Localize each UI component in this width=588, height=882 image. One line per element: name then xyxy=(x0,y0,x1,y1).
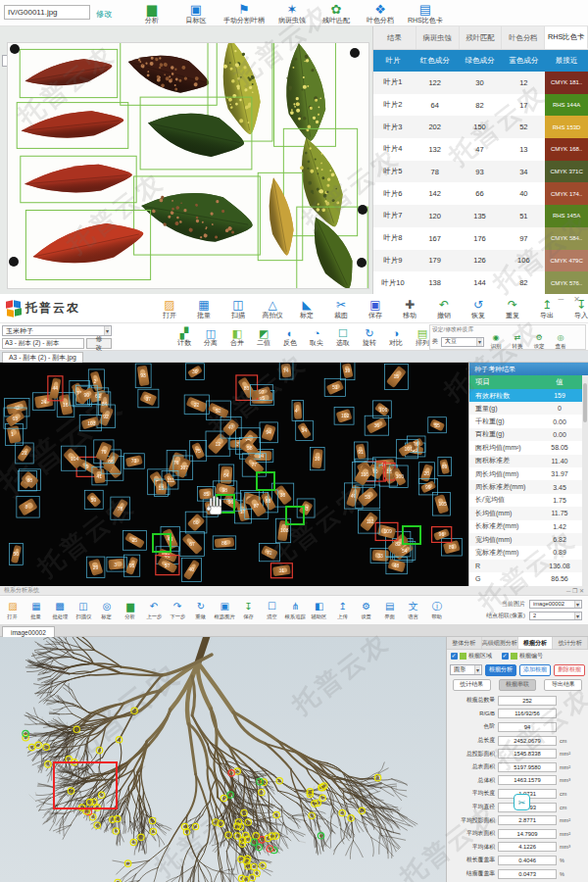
seed-table-row[interactable]: 长均值(mm) 11.75 xyxy=(469,507,588,519)
leaf-table-row[interactable]: 叶片5 78 93 34 CMYK 371C xyxy=(373,161,588,183)
toolbar-button[interactable]: ↶ 上一步 xyxy=(143,601,165,620)
seed-table-row[interactable]: 周长均值(mm) 31.97 xyxy=(469,467,588,480)
action-button[interactable]: 根瘤分析 xyxy=(485,664,516,676)
toolbar-button[interactable]: 文 语言 xyxy=(403,601,424,620)
seed-table-row[interactable]: 百粒重(g) 0.00 xyxy=(469,428,588,441)
toolbar-button[interactable]: ▨ 打开 xyxy=(157,299,182,319)
seed-table-row[interactable]: 重量(g) 0 xyxy=(469,402,588,415)
seed-image-canvas[interactable] xyxy=(0,363,468,586)
root-image-canvas[interactable] xyxy=(0,637,446,882)
param-value-box[interactable]: 2.8771 xyxy=(498,815,557,825)
node-link-select[interactable]: 2 xyxy=(529,612,582,620)
toolbar-button[interactable]: ▩ 批处理 xyxy=(49,601,71,620)
toolbar-button[interactable]: ⓘ 帮助 xyxy=(426,601,448,620)
seed-table-row[interactable]: 面积标准差 11.40 xyxy=(469,455,588,467)
toolbar-button[interactable]: ▤ 界面 xyxy=(379,601,401,620)
leaf-table-row[interactable]: 叶片7 120 135 51 RHS 145A xyxy=(373,205,588,227)
toolbar-button[interactable]: ◩ 二值 xyxy=(254,327,273,347)
toolbar-button[interactable]: ☐ 选取 xyxy=(333,327,353,347)
param-value-box[interactable]: 5197.9580 xyxy=(498,762,557,772)
toolbar-button[interactable]: ⚙ 设置 xyxy=(356,601,377,620)
toolbar-button[interactable]: ◉ 识别 xyxy=(487,333,505,350)
toolbar-button[interactable]: ↻ 旋转 xyxy=(360,327,379,347)
seed-table-row[interactable]: 千粒重(g) 0.00 xyxy=(469,415,588,427)
root-image-tab[interactable]: image00002 xyxy=(2,626,55,637)
toolbar-button[interactable]: ◫ 分离 xyxy=(201,327,220,347)
param-value-box[interactable]: 4.1226 xyxy=(498,842,557,852)
results-tab[interactable]: 残叶匹配 xyxy=(460,26,503,49)
toolbar-button[interactable]: ▦ 批量 xyxy=(25,601,47,620)
param-value-box[interactable]: 1545.8338 xyxy=(498,749,557,759)
results-tab[interactable]: 叶色分档 xyxy=(502,26,545,49)
analysis-tab[interactable]: 高级细测分析 xyxy=(482,637,518,649)
analysis-tab[interactable]: 统计分析 xyxy=(553,637,588,649)
toolbar-button[interactable]: ◎ 查看 xyxy=(552,333,569,350)
param-value-box[interactable]: 14.7909 xyxy=(498,829,557,839)
library-select[interactable]: 大豆 xyxy=(441,337,484,347)
toolbar-button[interactable]: ✶ 病斑虫蚀 xyxy=(275,2,309,24)
secondary-button[interactable]: 导出结果 xyxy=(544,679,582,691)
current-image-select[interactable]: image00002 xyxy=(529,600,582,609)
seed-table-row[interactable]: G 86.56 xyxy=(469,572,588,585)
toolbar-button[interactable]: ▦ 批量 xyxy=(191,299,217,319)
toolbar-button[interactable]: ⚑ 手动分割叶柄 xyxy=(223,2,265,24)
toolbar-button[interactable]: ↶ 撤销 xyxy=(431,299,457,319)
secondary-button[interactable]: 统计结果 xyxy=(453,679,491,691)
action-button[interactable]: 添加根瘤 xyxy=(519,664,551,676)
toolbar-button[interactable]: ↻ 重做 xyxy=(190,601,212,620)
seed-highlight-row[interactable]: 有效籽粒数 159 xyxy=(469,389,588,402)
leaf-table-row[interactable]: 叶片9 179 126 106 CMYK 479C xyxy=(373,250,588,272)
results-tab[interactable]: RHS比色卡 xyxy=(545,26,588,49)
param-value-box[interactable]: 0.0473 xyxy=(498,869,557,879)
toolbar-button[interactable]: ◐ 反色 xyxy=(280,327,300,347)
seed-table-row[interactable]: 长标准差(mm) 1.42 xyxy=(469,520,588,533)
seed-table-row[interactable]: R 136.08 xyxy=(469,560,588,572)
toolbar-button[interactable]: ✿ 残叶匹配 xyxy=(319,2,353,24)
toolbar-button[interactable]: ↥ 导出 xyxy=(534,299,560,319)
toolbar-button[interactable]: ◎ 标定 xyxy=(96,601,118,620)
toolbar-button[interactable]: △ 高拍仪 xyxy=(260,299,285,319)
nodule-region-checkbox[interactable] xyxy=(451,653,458,660)
toolbar-button[interactable]: ❖ 叶色分档 xyxy=(364,2,397,24)
toolbar-button[interactable]: ✂ 裁图 xyxy=(328,299,354,319)
seed-table-row[interactable]: 面积均值(mm²) 58.05 xyxy=(469,441,588,454)
toolbar-button[interactable]: ◔ 取尖 xyxy=(307,327,326,347)
toolbar-button[interactable]: ◧ 合并 xyxy=(227,327,247,347)
param-value-box[interactable]: 0.4046 xyxy=(498,856,557,865)
toolbar-button[interactable]: ◫ 扫描仪 xyxy=(73,601,94,620)
secondary-button[interactable]: 根瘤串联 xyxy=(499,679,537,691)
seed-table-row[interactable]: 宽标准差(mm) 0.89 xyxy=(469,546,588,559)
toolbar-button[interactable]: ▣ 框选图片 xyxy=(214,601,235,620)
leaf-table-row[interactable]: 叶片3 202 150 52 RHS 153D xyxy=(373,116,588,138)
window-controls[interactable]: ─ ❐ ✕ xyxy=(566,587,584,594)
toolbar-button[interactable]: ☐ 清空 xyxy=(261,601,282,620)
analysis-tab[interactable]: 整体分析 xyxy=(447,637,482,649)
seed-table-row[interactable]: 宽均值(mm) 6.82 xyxy=(469,533,588,546)
toolbar-button[interactable]: ◑ 对比 xyxy=(386,327,406,347)
toolbar-button[interactable]: ⚙ 设定 xyxy=(530,333,548,350)
toolbar-button[interactable]: ▤ RHS比色卡 xyxy=(408,2,443,24)
toolbar-button[interactable]: ◧ 辅助区 xyxy=(309,601,330,620)
window-controls[interactable]: ─ ✕ xyxy=(558,295,584,304)
toolbar-button[interactable]: ▆ 分析 xyxy=(135,2,169,24)
toolbar-button[interactable]: ↧ 保存 xyxy=(237,601,259,620)
seed-table-row[interactable]: 周长标准差(mm) 3.45 xyxy=(469,480,588,493)
leaf-table-row[interactable]: 叶片2 64 82 17 RHS 144A xyxy=(373,94,588,117)
results-tab[interactable]: 病斑虫蚀 xyxy=(416,26,460,49)
sample-name-input[interactable] xyxy=(2,338,84,349)
toolbar-button[interactable]: ▞ 计数 xyxy=(174,327,194,347)
param-value-box[interactable]: 94 xyxy=(498,722,557,732)
seed-image-tab[interactable]: A3 - 副本 (2) - 副本.jpg xyxy=(2,352,83,363)
leaf-table-row[interactable]: 叶片1 122 30 12 CMYK 181.. xyxy=(373,72,588,94)
toolbar-button[interactable]: ↺ 恢复 xyxy=(466,299,491,319)
toolbar-button[interactable]: ◣ 标定 xyxy=(294,299,319,319)
action-button[interactable]: 删除根瘤 xyxy=(554,664,585,676)
toolbar-button[interactable]: ▣ 目标区 xyxy=(179,2,213,24)
param-value-box[interactable]: 116/92/56 xyxy=(498,709,557,718)
toolbar-button[interactable]: ▨ 打开 xyxy=(2,601,24,620)
shape-select[interactable]: 圆形 xyxy=(450,664,482,675)
toolbar-button[interactable]: ▣ 保存 xyxy=(363,299,388,319)
toolbar-button[interactable]: ✚ 移动 xyxy=(397,299,422,319)
nodule-number-checkbox[interactable] xyxy=(502,653,509,660)
toolbar-button[interactable]: ⋔ 根系追踪 xyxy=(284,601,306,620)
